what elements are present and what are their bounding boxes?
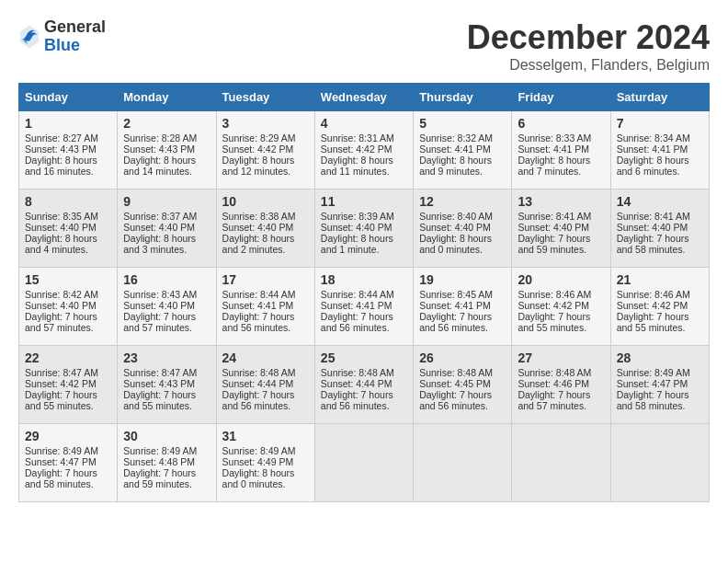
day-info: Sunset: 4:41 PM [419, 144, 506, 155]
calendar-cell: 17Sunrise: 8:44 AMSunset: 4:41 PMDayligh… [216, 268, 314, 346]
day-info: Sunrise: 8:44 AM [321, 289, 407, 300]
day-info: Sunrise: 8:49 AM [25, 445, 111, 456]
day-info: Daylight: 7 hours and 57 minutes. [25, 311, 111, 333]
day-number: 19 [419, 272, 506, 287]
day-info: Daylight: 7 hours and 56 minutes. [222, 311, 309, 333]
day-info: Sunset: 4:42 PM [518, 300, 604, 311]
day-info: Daylight: 7 hours and 55 minutes. [123, 389, 210, 411]
day-info: Daylight: 7 hours and 58 minutes. [25, 467, 111, 489]
day-number: 28 [617, 350, 703, 365]
day-info: Daylight: 7 hours and 57 minutes. [123, 311, 210, 333]
day-info: Sunrise: 8:43 AM [123, 289, 210, 300]
day-number: 17 [222, 272, 309, 287]
calendar-cell: 20Sunrise: 8:46 AMSunset: 4:42 PMDayligh… [512, 268, 610, 346]
day-number: 21 [617, 272, 703, 287]
day-number: 11 [321, 194, 407, 209]
day-number: 27 [518, 350, 604, 365]
day-info: Sunset: 4:40 PM [123, 222, 210, 233]
day-info: Daylight: 7 hours and 56 minutes. [321, 389, 407, 411]
calendar-cell: 15Sunrise: 8:42 AMSunset: 4:40 PMDayligh… [19, 268, 118, 346]
day-info: Sunset: 4:41 PM [321, 300, 407, 311]
day-info: Sunset: 4:42 PM [25, 378, 111, 389]
day-info: Daylight: 8 hours and 11 minutes. [321, 155, 407, 177]
day-info: Sunset: 4:49 PM [222, 456, 309, 467]
day-info: Daylight: 8 hours and 0 minutes. [419, 233, 506, 255]
day-info: Daylight: 8 hours and 1 minute. [321, 233, 407, 255]
calendar-cell: 24Sunrise: 8:48 AMSunset: 4:44 PMDayligh… [216, 346, 314, 424]
day-info: Sunset: 4:41 PM [419, 300, 506, 311]
calendar-cell: 21Sunrise: 8:46 AMSunset: 4:42 PMDayligh… [610, 268, 709, 346]
day-info: Daylight: 7 hours and 58 minutes. [617, 389, 703, 411]
day-info: Sunset: 4:40 PM [617, 222, 703, 233]
day-info: Daylight: 8 hours and 3 minutes. [123, 233, 210, 255]
calendar-cell: 23Sunrise: 8:47 AMSunset: 4:43 PMDayligh… [118, 346, 216, 424]
logo-general-text: General [44, 18, 106, 37]
day-info: Sunset: 4:44 PM [321, 378, 407, 389]
calendar-cell: 8Sunrise: 8:35 AMSunset: 4:40 PMDaylight… [19, 190, 118, 268]
calendar-week-2: 8Sunrise: 8:35 AMSunset: 4:40 PMDaylight… [19, 190, 710, 268]
calendar-cell: 6Sunrise: 8:33 AMSunset: 4:41 PMDaylight… [512, 111, 610, 190]
day-info: Sunrise: 8:34 AM [617, 132, 703, 144]
day-info: Sunrise: 8:28 AM [123, 132, 210, 144]
calendar-cell: 30Sunrise: 8:49 AMSunset: 4:48 PMDayligh… [118, 424, 216, 502]
day-info: Sunset: 4:47 PM [617, 378, 703, 389]
day-number: 12 [419, 194, 506, 209]
calendar-cell: 26Sunrise: 8:48 AMSunset: 4:45 PMDayligh… [414, 346, 512, 424]
day-info: Daylight: 7 hours and 56 minutes. [419, 389, 506, 411]
day-info: Sunrise: 8:41 AM [518, 211, 604, 222]
day-info: Sunset: 4:40 PM [222, 222, 309, 233]
day-number: 22 [25, 350, 111, 365]
calendar-cell: 22Sunrise: 8:47 AMSunset: 4:42 PMDayligh… [19, 346, 118, 424]
col-friday: Friday [512, 84, 610, 111]
day-info: Sunrise: 8:49 AM [617, 367, 703, 378]
calendar-cell [414, 424, 512, 502]
calendar-cell: 18Sunrise: 8:44 AMSunset: 4:41 PMDayligh… [314, 268, 413, 346]
day-info: Sunrise: 8:42 AM [25, 289, 111, 300]
calendar-cell: 1Sunrise: 8:27 AMSunset: 4:43 PMDaylight… [19, 111, 118, 190]
day-number: 9 [123, 194, 210, 209]
day-info: Daylight: 7 hours and 58 minutes. [617, 233, 703, 255]
day-info: Sunrise: 8:31 AM [321, 132, 407, 144]
day-info: Sunrise: 8:48 AM [222, 367, 309, 378]
day-info: Sunset: 4:40 PM [25, 222, 111, 233]
day-number: 16 [123, 272, 210, 287]
logo: General Blue [18, 18, 106, 55]
calendar-cell: 25Sunrise: 8:48 AMSunset: 4:44 PMDayligh… [314, 346, 413, 424]
calendar-cell [610, 424, 709, 502]
day-info: Sunset: 4:41 PM [222, 300, 309, 311]
day-info: Sunset: 4:40 PM [419, 222, 506, 233]
col-tuesday: Tuesday [216, 84, 314, 111]
day-info: Sunrise: 8:45 AM [419, 289, 506, 300]
day-info: Sunrise: 8:44 AM [222, 289, 309, 300]
day-info: Daylight: 7 hours and 59 minutes. [123, 467, 210, 489]
day-number: 5 [419, 116, 506, 131]
location-subtitle: Desselgem, Flanders, Belgium [467, 57, 710, 74]
day-info: Daylight: 7 hours and 59 minutes. [518, 233, 604, 255]
logo-blue-text: Blue [44, 37, 106, 55]
day-info: Daylight: 8 hours and 7 minutes. [518, 155, 604, 177]
day-info: Sunset: 4:40 PM [518, 222, 604, 233]
day-number: 15 [25, 272, 111, 287]
day-info: Sunrise: 8:48 AM [518, 367, 604, 378]
day-info: Sunrise: 8:48 AM [419, 367, 506, 378]
day-info: Daylight: 8 hours and 16 minutes. [25, 155, 111, 177]
calendar-cell: 3Sunrise: 8:29 AMSunset: 4:42 PMDaylight… [216, 111, 314, 190]
day-number: 6 [518, 116, 604, 131]
day-info: Sunrise: 8:48 AM [321, 367, 407, 378]
col-saturday: Saturday [610, 84, 709, 111]
day-info: Sunrise: 8:40 AM [419, 211, 506, 222]
calendar-week-5: 29Sunrise: 8:49 AMSunset: 4:47 PMDayligh… [19, 424, 710, 502]
day-info: Daylight: 8 hours and 12 minutes. [222, 155, 309, 177]
day-info: Daylight: 8 hours and 9 minutes. [419, 155, 506, 177]
day-info: Sunrise: 8:33 AM [518, 132, 604, 144]
day-info: Sunset: 4:42 PM [321, 144, 407, 155]
calendar-cell: 12Sunrise: 8:40 AMSunset: 4:40 PMDayligh… [414, 190, 512, 268]
day-number: 30 [123, 429, 210, 443]
calendar-cell: 2Sunrise: 8:28 AMSunset: 4:43 PMDaylight… [118, 111, 216, 190]
col-thursday: Thursday [414, 84, 512, 111]
day-number: 24 [222, 350, 309, 365]
day-number: 26 [419, 350, 506, 365]
day-info: Sunset: 4:45 PM [419, 378, 506, 389]
day-info: Sunset: 4:47 PM [25, 456, 111, 467]
day-info: Sunrise: 8:32 AM [419, 132, 506, 144]
